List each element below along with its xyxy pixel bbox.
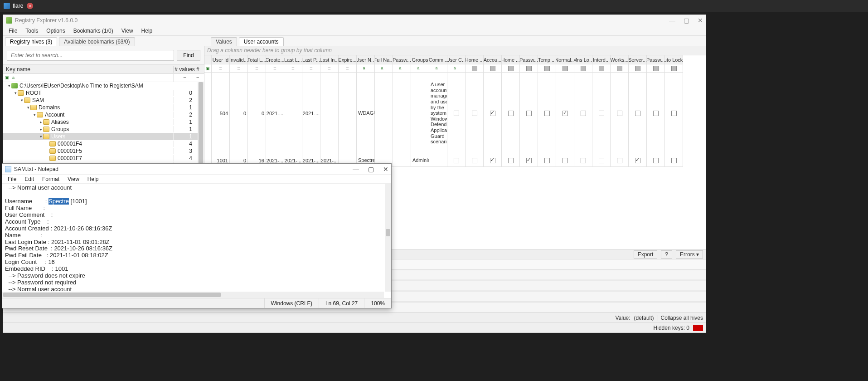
grid-filter-cell[interactable] [574,64,592,73]
grid-filter-cell[interactable]: = [284,64,302,73]
grid-col-header[interactable]: Comm... [429,55,447,64]
filter-eq-values[interactable]: = [173,74,196,82]
grid-checkbox-cell[interactable] [466,154,484,167]
regwin-titlebar[interactable]: Registry Explorer v1.6.0.0 — ▢ ✕ [3,15,706,26]
grid-col-header[interactable]: User N... [357,55,375,64]
np-menu-view[interactable]: View [64,176,83,183]
tab-available-bookmarks[interactable]: Available bookmarks (63/0) [59,37,135,46]
collapse-all-button[interactable]: Collapse all hives [658,315,703,321]
grid-cell[interactable]: Administrators [411,154,429,167]
tree-row[interactable]: 000001F74 [3,155,204,162]
tab-user-accounts[interactable]: User accounts [239,37,284,46]
tree-col-keyname[interactable]: Key name [3,66,173,73]
expand-icon[interactable]: ▾ [39,134,43,139]
grid-cell[interactable] [393,154,411,167]
notepad-vscroll[interactable] [385,184,391,292]
grid-cell[interactable] [375,73,393,154]
grid-checkbox-cell[interactable] [574,154,592,167]
filter-icon[interactable]: ▣ [5,75,10,81]
grid-filter-cell[interactable]: = [212,64,230,73]
np-menu-format[interactable]: Format [39,176,63,183]
grid-checkbox-cell[interactable] [520,73,538,154]
grid-col-header[interactable]: User C... [447,55,466,64]
menu-file[interactable]: File [5,27,21,35]
grid-col-header[interactable]: Last P... [302,55,320,64]
expand-icon[interactable]: ▾ [19,98,24,103]
grid-filter-cell[interactable] [484,64,502,73]
grid-col-header[interactable]: Accou... [484,55,502,64]
tab-registry-hives[interactable]: Registry hives (3) [5,37,57,46]
grid-col-header[interactable]: Auto Lock... [665,55,683,64]
np-menu-file[interactable]: File [4,176,20,183]
grid-filter-cell[interactable]: = [320,64,339,73]
grid-col-header[interactable]: Interd... [592,55,611,64]
tree-row[interactable]: 000001F53 [3,147,204,155]
grid-checkbox-cell[interactable] [484,73,502,154]
notepad-titlebar[interactable]: SAM.txt - Notepad — ▢ ✕ [2,164,391,175]
tab-values[interactable]: Values [211,37,237,46]
tree-row[interactable]: ▾Domains1 [3,104,204,111]
grid-cell[interactable]: WDAGUtilityAccount [357,73,375,154]
tree-row[interactable]: ▾C:\Users\IEUser\Desktop\No Time to Regi… [3,82,204,89]
grid-cell[interactable]: 504 [212,73,230,154]
tree-col-num[interactable]: # [196,66,204,73]
grid-filter-cell[interactable]: ▣ [204,64,212,73]
grid-filter-cell[interactable]: a [393,64,411,73]
grid-filter-cell[interactable] [466,64,484,73]
find-button[interactable]: Find [177,50,200,61]
grid-checkbox-cell[interactable] [556,154,574,167]
grid-filter-cell[interactable]: a [429,64,447,73]
menu-view[interactable]: View [118,27,137,35]
grid-checkbox-cell[interactable] [466,73,484,154]
grid-filter-cell[interactable] [538,64,556,73]
notepad-text-area[interactable]: --> Normal user account Username : Spect… [2,184,391,298]
grid-checkbox-cell[interactable] [520,154,538,167]
grid-checkbox-cell[interactable] [629,73,647,154]
flare-close-button[interactable]: × [27,3,33,9]
grid-checkbox-cell[interactable] [538,73,556,154]
grid-col-header[interactable]: User Id [212,55,230,64]
grid-filter-cell[interactable]: a [411,64,429,73]
group-by-hint[interactable]: Drag a column header here to group by th… [204,46,706,55]
tree-row[interactable]: ▾SAM2 [3,97,204,104]
grid-checkbox-cell[interactable] [574,73,592,154]
grid-cell[interactable] [284,73,302,154]
grid-filter-cell[interactable]: a [447,64,466,73]
grid-col-header[interactable]: Last In... [320,55,339,64]
expand-icon[interactable]: ▾ [13,91,18,95]
expand-icon[interactable]: ▾ [7,83,11,88]
grid-col-header[interactable] [204,55,212,64]
grid-col-header[interactable]: Create... [266,55,284,64]
filter-eq-num[interactable]: = [196,74,204,82]
tree-row[interactable]: ▾Users1 [3,133,204,140]
grid-checkbox-cell[interactable] [665,154,683,167]
expand-icon[interactable]: ▸ [39,120,43,124]
regwin-close-button[interactable]: ✕ [698,17,703,24]
grid-col-header[interactable]: Passw... [393,55,411,64]
grid-filter-cell[interactable] [502,64,520,73]
grid-cell[interactable] [393,73,411,154]
grid-cell[interactable]: 2021-... [302,73,320,154]
grid-col-header[interactable]: Total L... [248,55,266,64]
help-qmark-button[interactable]: ? [661,250,672,259]
notepad-minimize-button[interactable]: — [353,166,359,173]
grid-filter-cell[interactable]: a [357,64,375,73]
grid-checkbox-cell[interactable] [592,154,611,167]
grid-cell[interactable] [339,73,357,154]
grid-col-header[interactable]: Normal... [556,55,574,64]
grid-checkbox-cell[interactable] [538,154,556,167]
grid-checkbox-cell[interactable] [611,154,629,167]
grid-checkbox-cell[interactable] [629,154,647,167]
menu-options[interactable]: Options [43,27,68,35]
grid-cell[interactable]: 0 [230,73,248,154]
grid-col-header[interactable]: Home ... [466,55,484,64]
grid-col-header[interactable]: Invalid... [230,55,248,64]
export-button[interactable]: Export [634,250,658,259]
tree-row[interactable]: ▾ROOT0 [3,89,204,97]
grid-checkbox-cell[interactable] [556,73,574,154]
notepad-maximize-button[interactable]: ▢ [368,166,374,173]
tree-row[interactable]: ▾Account2 [3,111,204,118]
grid-filter-cell[interactable] [629,64,647,73]
np-menu-edit[interactable]: Edit [21,176,38,183]
regwin-minimize-button[interactable]: — [669,17,675,24]
